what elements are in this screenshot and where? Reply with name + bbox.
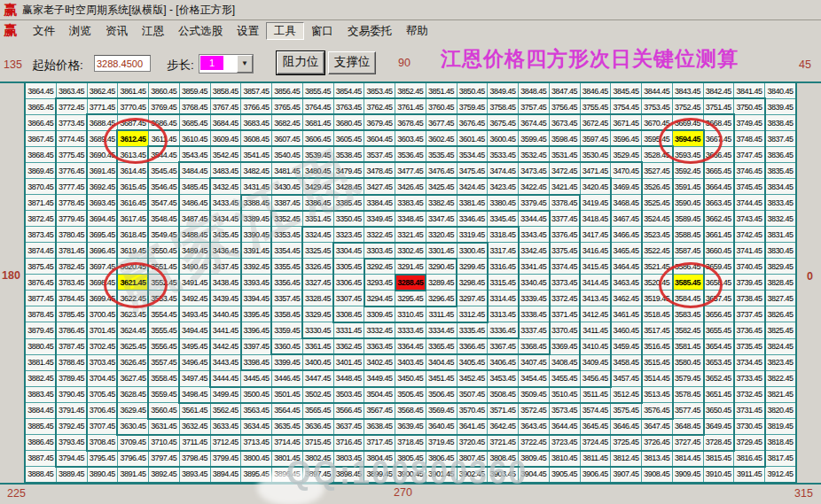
resistance-button[interactable]: 阻力位 <box>277 51 324 74</box>
price-cell: 3311.45 <box>426 306 457 322</box>
price-cell: 3664.45 <box>703 179 734 195</box>
price-cell: 3628.45 <box>118 386 149 402</box>
price-cell: 3574.45 <box>580 402 611 418</box>
price-cell: 3312.45 <box>457 306 488 322</box>
price-cell: 3894.45 <box>210 466 241 482</box>
price-cell: 3780.45 <box>56 227 87 243</box>
price-cell: 3904.45 <box>519 466 550 482</box>
price-cell: 3902.45 <box>457 466 488 482</box>
price-cell: 3436.45 <box>210 243 241 259</box>
price-cell: 3492.45 <box>179 291 210 306</box>
menu-item-5[interactable]: 设置 <box>230 23 266 39</box>
price-cell: 3785.45 <box>56 306 87 322</box>
price-cell: 3536.45 <box>395 147 426 163</box>
price-cell: 3377.45 <box>549 211 580 227</box>
price-cell: 3386.45 <box>302 195 333 211</box>
price-cell: 3660.45 <box>703 243 734 259</box>
price-cell: 3671.45 <box>611 115 642 131</box>
price-cell: 3773.45 <box>56 115 87 131</box>
price-cell: 3432.45 <box>210 179 241 195</box>
price-cell: 3769.45 <box>149 99 180 115</box>
menu-item-1[interactable]: 浏览 <box>62 23 98 39</box>
price-cell: 3805.45 <box>395 450 426 466</box>
menu-bar: 赢 文件浏览资讯江恩公式选股设置工具窗口交易委托帮助 <box>0 20 821 41</box>
price-cell: 3329.45 <box>302 306 333 322</box>
price-cell: 3612.45 <box>118 131 149 147</box>
price-cell: 3288.45 <box>395 275 426 291</box>
price-cell: 3835.45 <box>765 163 796 179</box>
price-cell: 3812.45 <box>611 450 642 466</box>
price-cell: 3316.45 <box>488 259 519 275</box>
price-cell: 3543.45 <box>179 147 210 163</box>
price-cell: 3401.45 <box>333 354 364 370</box>
price-cell: 3911.45 <box>734 466 765 482</box>
menu-item-4[interactable]: 公式选股 <box>171 23 230 39</box>
price-cell: 3798.45 <box>179 450 210 466</box>
price-cell: 3322.45 <box>364 227 395 243</box>
price-cell: 3638.45 <box>364 418 395 434</box>
price-cell: 3588.45 <box>672 227 703 243</box>
step-combobox[interactable]: 1 ▼ <box>199 54 254 74</box>
price-cell: 3804.45 <box>364 450 395 466</box>
price-cell: 3766.45 <box>241 99 272 115</box>
price-cell: 3586.45 <box>672 259 703 275</box>
price-cell: 3626.45 <box>118 354 149 370</box>
price-cell: 3893.45 <box>179 466 210 482</box>
price-cell: 3297.45 <box>457 291 488 306</box>
start-price-input[interactable] <box>94 55 151 72</box>
price-cell: 3892.45 <box>149 466 180 482</box>
price-cell: 3909.45 <box>672 466 703 482</box>
price-cell: 3865.45 <box>26 99 57 115</box>
menu-item-9[interactable]: 帮助 <box>399 23 435 39</box>
price-cell: 3705.45 <box>87 386 118 402</box>
price-cell: 3447.45 <box>302 370 333 386</box>
price-cell: 3464.45 <box>611 259 642 275</box>
price-cell: 3587.45 <box>672 243 703 259</box>
price-cell: 3733.45 <box>734 370 765 386</box>
price-cell: 3590.45 <box>672 195 703 211</box>
price-cell: 3815.45 <box>703 450 734 466</box>
price-cell: 3547.45 <box>149 195 180 211</box>
support-button[interactable]: 支撑位 <box>328 51 376 74</box>
menu-item-0[interactable]: 文件 <box>26 23 62 39</box>
menu-item-3[interactable]: 江恩 <box>135 23 171 39</box>
price-cell: 3617.45 <box>118 211 149 227</box>
price-cell: 3652.45 <box>703 370 734 386</box>
price-cell: 3387.45 <box>272 195 303 211</box>
chevron-down-icon[interactable]: ▼ <box>237 55 253 73</box>
menu-item-7[interactable]: 窗口 <box>304 23 340 39</box>
price-cell: 3293.45 <box>364 275 395 291</box>
menu-item-6[interactable]: 工具 <box>266 22 304 40</box>
price-cell: 3416.45 <box>580 243 611 259</box>
menu-item-8[interactable]: 交易委托 <box>340 23 399 39</box>
price-cell: 3844.45 <box>642 83 673 99</box>
price-cell: 3651.45 <box>703 386 734 402</box>
price-cell: 3712.45 <box>210 434 241 450</box>
price-cell: 3290.45 <box>426 259 457 275</box>
price-cell: 3501.45 <box>272 386 303 402</box>
price-cell: 3849.45 <box>488 83 519 99</box>
price-cell: 3485.45 <box>179 179 210 195</box>
price-cell: 3714.45 <box>272 434 303 450</box>
price-cell: 3662.45 <box>703 211 734 227</box>
price-cell: 3790.45 <box>56 386 87 402</box>
price-cell: 3292.45 <box>364 259 395 275</box>
price-cell: 3561.45 <box>179 402 210 418</box>
price-cell: 3852.45 <box>395 83 426 99</box>
price-cell: 3833.45 <box>765 195 796 211</box>
price-cell: 3357.45 <box>272 291 303 306</box>
price-cell: 3850.45 <box>457 83 488 99</box>
menu-item-2[interactable]: 资讯 <box>98 23 135 39</box>
price-cell: 3701.45 <box>87 322 118 338</box>
price-cell: 3541.45 <box>241 147 272 163</box>
price-cell: 3759.45 <box>457 99 488 115</box>
price-cell: 3418.45 <box>580 211 611 227</box>
price-cell: 3552.45 <box>149 275 180 291</box>
price-cell: 3838.45 <box>765 115 796 131</box>
angle-label-270: 270 <box>394 486 412 499</box>
price-cell: 3560.45 <box>149 402 180 418</box>
price-cell: 3331.45 <box>333 322 364 338</box>
price-cell: 3348.45 <box>395 211 426 227</box>
price-cell: 3582.45 <box>672 322 703 338</box>
price-cell: 3355.45 <box>272 259 303 275</box>
